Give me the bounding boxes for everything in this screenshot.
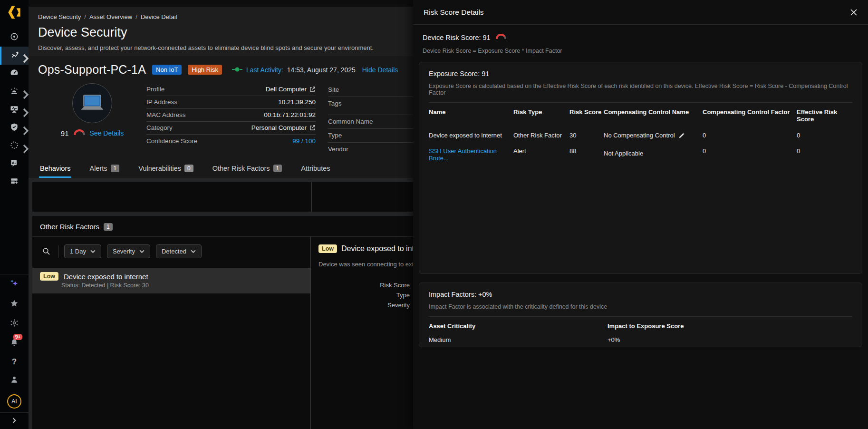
breadcrumb-device-security[interactable]: Device Security	[38, 13, 81, 20]
device-name: Ops-Support-PC-1A	[38, 63, 146, 77]
hide-details-link[interactable]: Hide Details	[362, 66, 398, 74]
impact-factors-description: Impact Factor is associated with the cri…	[429, 303, 852, 310]
severity-dropdown[interactable]: Severity	[107, 244, 150, 258]
chevron-right-icon	[21, 144, 25, 148]
cell-control-factor: 0	[703, 147, 797, 162]
tab-count-badge: 1	[273, 165, 282, 172]
tab-vulnerabilities[interactable]: Vulnerabilities0	[137, 160, 194, 178]
risk-score-formula: Device Risk Score = Exposure Score * Imp…	[423, 48, 858, 54]
cell-risk-type: Alert	[513, 147, 569, 162]
risk-factor-title: Device exposed to internet	[64, 273, 148, 281]
risk-factor-list-pane: 1 Day Severity Detected	[32, 237, 310, 429]
impact-table-header: Asset Criticality Impact to Exposure Sco…	[429, 317, 852, 333]
cell-name: Device exposed to internet	[429, 132, 513, 139]
exposure-table-header: Name Risk Type Risk Score Compensating C…	[429, 103, 852, 127]
panel-device-risk-score: Device Risk Score: 91	[423, 34, 491, 41]
tab-alerts[interactable]: Alerts1	[88, 160, 120, 178]
sidebar: 9+ ? AI	[0, 0, 29, 429]
device-avatar	[72, 83, 112, 123]
field-profile: Profile Dell Computer	[146, 83, 316, 96]
breadcrumb-asset-overview[interactable]: Asset Overview	[89, 13, 132, 20]
severity-badge: Low	[40, 272, 58, 281]
field-value[interactable]: Dell Computer	[266, 86, 307, 93]
sidebar-item-alerts[interactable]	[0, 83, 29, 101]
exposure-score-title: Exposure Score: 91	[429, 70, 852, 78]
star-icon[interactable]	[10, 299, 19, 310]
cell-risk-type: Other Risk Factor	[513, 132, 569, 139]
user-icon[interactable]	[10, 375, 19, 386]
sparkles-icon[interactable]	[9, 278, 19, 291]
col-compensating-control-factor: Compensating Control Factor	[703, 108, 797, 123]
help-icon[interactable]: ?	[12, 357, 17, 367]
detail-label-risk-score: Risk Score	[318, 280, 410, 290]
gauge-icon	[10, 68, 19, 79]
detail-label-type: Type	[318, 290, 410, 300]
gear-icon[interactable]	[10, 318, 19, 330]
tab-count-badge: 0	[184, 165, 193, 172]
field-ip-address: IP Address 10.21.39.250	[146, 96, 316, 109]
field-label: Confidence Score	[146, 137, 197, 145]
radar-icon	[10, 32, 19, 43]
col-risk-score: Risk Score	[569, 108, 604, 123]
assets-route-icon	[10, 50, 20, 61]
exposure-score-description: Exposure Score is calculated based on th…	[429, 83, 852, 96]
device-risk-score-value: 91	[61, 129, 69, 137]
breadcrumb-separator: /	[84, 13, 86, 20]
col-asset-criticality: Asset Criticality	[429, 322, 608, 330]
chevron-right-icon	[21, 126, 25, 130]
risk-factor-subtitle: Status: Detected | Risk Score: 30	[61, 282, 303, 289]
see-details-link[interactable]: See Details	[90, 129, 124, 137]
ai-copilot-button[interactable]: AI	[7, 394, 21, 409]
status-dropdown[interactable]: Detected	[156, 244, 202, 258]
risk-factor-list-item[interactable]: Low Device exposed to internet Status: D…	[32, 268, 310, 293]
sidebar-item-assets[interactable]	[0, 47, 29, 65]
risk-gauge-icon	[73, 129, 86, 137]
siren-icon	[10, 86, 19, 98]
paloalto-logo[interactable]	[7, 5, 22, 20]
field-value[interactable]: 99 / 100	[292, 137, 316, 145]
sidebar-item-network[interactable]	[0, 101, 29, 119]
field-label: Category	[146, 124, 173, 131]
activity-node-icon	[232, 66, 242, 74]
panel-vertical-divider	[311, 182, 312, 212]
cell-effective-score: 0	[797, 132, 852, 139]
breadcrumb-device-detail: Device Detail	[141, 13, 177, 20]
sidebar-expand-button[interactable]	[0, 412, 29, 429]
panel-title: Risk Score Details	[424, 8, 484, 17]
search-icon[interactable]	[40, 245, 52, 258]
tab-behaviors[interactable]: Behaviors	[39, 160, 71, 178]
risk-gauge-icon	[495, 33, 507, 41]
tab-other-risk-factors[interactable]: Other Risk Factors1	[212, 160, 283, 178]
col-name: Name	[429, 108, 513, 123]
edit-pencil-icon[interactable]	[679, 132, 685, 138]
report-icon	[10, 158, 19, 170]
non-iot-badge: Non IoT	[152, 65, 182, 75]
notification-count-badge: 9+	[13, 334, 22, 340]
sidebar-item-security-posture[interactable]	[0, 119, 29, 137]
chevron-down-icon	[191, 249, 196, 254]
breadcrumb-separator: /	[135, 13, 137, 20]
sidebar-item-command-center[interactable]	[0, 29, 29, 47]
tab-attributes[interactable]: Attributes	[300, 160, 331, 178]
col-risk-type: Risk Type	[513, 108, 569, 123]
sidebar-item-reports[interactable]	[0, 155, 29, 173]
field-value[interactable]: Personal Computer	[251, 124, 307, 131]
device-avatar-column: 91 See Details	[38, 83, 146, 156]
dashed-circle-icon	[10, 140, 19, 152]
exposure-table-row: SSH User Authentication Brute... Alert 8…	[429, 143, 852, 166]
time-range-dropdown[interactable]: 1 Day	[64, 244, 101, 258]
risk-factor-list: Low Device exposed to internet Status: D…	[32, 268, 310, 293]
sidebar-item-integrations[interactable]	[0, 173, 29, 191]
external-link-icon[interactable]	[309, 86, 316, 92]
external-link-icon[interactable]	[309, 125, 316, 131]
col-impact-to-exposure: Impact to Exposure Score	[608, 322, 852, 330]
close-icon[interactable]	[850, 9, 858, 16]
sidebar-item-policies[interactable]	[0, 137, 29, 155]
sidebar-item-dashboards[interactable]	[0, 65, 29, 83]
cell-name-link[interactable]: SSH User Authentication Brute...	[429, 147, 513, 162]
last-activity-label: Last Activity:	[246, 66, 283, 74]
field-label: IP Address	[146, 98, 177, 106]
impact-factors-card: Impact Factors: +0% Impact Factor is ass…	[419, 283, 862, 347]
cell-control-name: No Compensating Control	[604, 132, 675, 139]
notifications-button[interactable]: 9+	[10, 338, 19, 349]
